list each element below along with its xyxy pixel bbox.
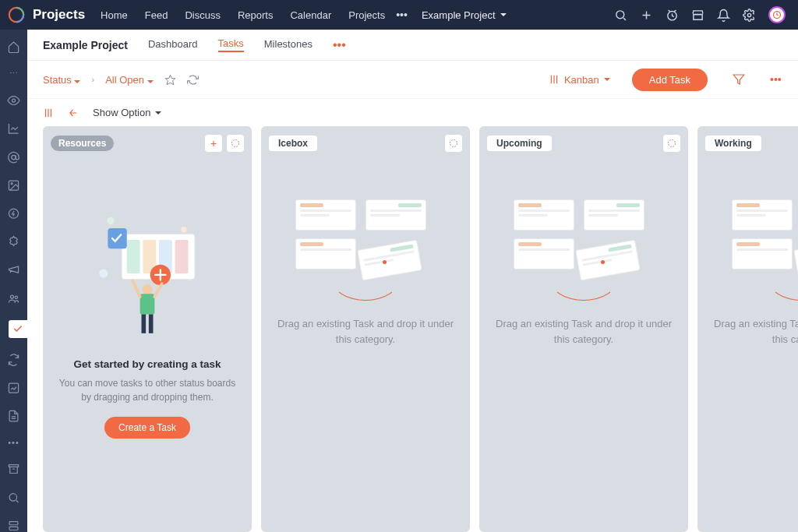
svg-point-8 xyxy=(11,183,12,185)
empty-cards-illustration xyxy=(295,199,436,293)
svg-point-6 xyxy=(12,155,16,159)
empty-cards-illustration xyxy=(514,199,654,293)
search-rail-icon[interactable] xyxy=(7,491,20,504)
drop-hint: Drag an existing Task and drop it under … xyxy=(269,316,462,347)
add-task-button[interactable]: Add Task xyxy=(632,69,708,91)
columns-icon[interactable] xyxy=(43,107,54,118)
tasks-icon[interactable] xyxy=(9,320,27,338)
filter-bar: Status › All Open Kanban Add Task ••• xyxy=(27,61,798,98)
svg-point-1 xyxy=(616,10,624,18)
topbar-actions xyxy=(614,6,786,23)
svg-rect-13 xyxy=(9,465,18,467)
onboarding-illustration xyxy=(89,207,206,340)
column-working[interactable]: Working Drag an existing Task and drop i… xyxy=(697,126,798,532)
bolt-icon[interactable] xyxy=(7,207,20,220)
user-avatar[interactable] xyxy=(768,6,786,23)
home-icon[interactable] xyxy=(7,41,20,53)
funnel-icon[interactable] xyxy=(733,73,745,86)
users-icon[interactable] xyxy=(7,292,20,305)
star-icon[interactable] xyxy=(164,74,176,86)
rail-divider: ⋯ xyxy=(9,69,19,79)
column-menu-icon[interactable] xyxy=(663,135,680,152)
nav-calendar[interactable]: Calendar xyxy=(290,9,331,21)
column-title: Icebox xyxy=(269,136,317,151)
plus-icon[interactable] xyxy=(640,9,653,22)
chart-icon[interactable] xyxy=(7,122,20,135)
brand-title: Projects xyxy=(33,7,85,23)
search-icon[interactable] xyxy=(614,9,627,22)
nav-home[interactable]: Home xyxy=(101,9,128,21)
column-menu-icon[interactable] xyxy=(227,135,244,152)
svg-rect-25 xyxy=(127,240,140,273)
column-title: Resources xyxy=(51,136,114,151)
column-upcoming[interactable]: Upcoming Drag an existing Task and drop … xyxy=(479,126,688,532)
column-title: Upcoming xyxy=(487,136,552,151)
chevron-down-icon xyxy=(604,78,610,81)
app-logo-icon xyxy=(8,6,25,23)
svg-marker-18 xyxy=(733,75,743,84)
nav-discuss[interactable]: Discuss xyxy=(185,9,221,21)
project-title: Example Project xyxy=(43,39,128,51)
svg-point-20 xyxy=(107,217,114,224)
empty-heading: Get started by creating a task xyxy=(73,358,221,370)
reload-icon[interactable] xyxy=(187,74,199,86)
status-filter[interactable]: Status xyxy=(43,74,80,86)
nav-more-icon[interactable]: ••• xyxy=(396,9,408,21)
at-icon[interactable] xyxy=(7,151,20,164)
area-chart-icon[interactable] xyxy=(7,382,20,394)
sub-header: Example Project Dashboard Tasks Mileston… xyxy=(27,30,798,61)
clock-icon[interactable] xyxy=(666,9,679,22)
megaphone-icon[interactable] xyxy=(7,263,20,276)
column-add-icon[interactable]: + xyxy=(205,135,222,152)
option-bar: Show Option xyxy=(27,98,798,126)
svg-point-21 xyxy=(181,227,187,233)
chevron-down-icon xyxy=(500,13,507,16)
eye-icon[interactable] xyxy=(7,94,20,107)
svg-rect-32 xyxy=(140,294,155,314)
svg-rect-28 xyxy=(175,240,189,273)
svg-point-35 xyxy=(450,140,457,147)
svg-rect-15 xyxy=(9,521,18,524)
column-drop-zone[interactable]: Drag an existing Task and drop it under … xyxy=(705,160,798,524)
document-icon[interactable] xyxy=(7,410,20,422)
drop-hint: Drag an existing Task and drop it under … xyxy=(487,316,680,347)
tab-milestones[interactable]: Milestones xyxy=(264,38,312,51)
server-icon[interactable] xyxy=(7,520,20,532)
create-task-button[interactable]: Create a Task xyxy=(104,417,190,439)
empty-paragraph: You can move tasks to other status board… xyxy=(51,376,244,404)
svg-point-9 xyxy=(9,209,18,218)
svg-point-10 xyxy=(10,295,13,298)
image-icon[interactable] xyxy=(7,179,20,192)
puzzle-icon[interactable] xyxy=(7,235,20,248)
column-icebox[interactable]: Icebox Drag an existing Task and drop it… xyxy=(261,126,470,532)
svg-point-5 xyxy=(12,99,15,102)
nav-projects[interactable]: Projects xyxy=(348,9,385,21)
show-option-dropdown[interactable]: Show Option xyxy=(93,107,161,118)
toolbar-more-icon[interactable]: ••• xyxy=(770,73,782,86)
svg-point-14 xyxy=(9,493,16,500)
svg-rect-34 xyxy=(149,315,154,333)
gear-icon[interactable] xyxy=(743,9,756,22)
allopen-filter[interactable]: All Open xyxy=(105,74,154,86)
view-selector[interactable]: Kanban xyxy=(549,74,610,86)
column-resources[interactable]: Resources + xyxy=(43,126,252,532)
project-selector[interactable]: Example Project xyxy=(422,9,507,21)
tab-dashboard[interactable]: Dashboard xyxy=(148,38,198,51)
svg-rect-12 xyxy=(9,383,18,393)
bell-icon[interactable] xyxy=(717,9,730,22)
tab-tasks[interactable]: Tasks xyxy=(218,37,244,52)
collapse-icon[interactable] xyxy=(68,107,79,118)
column-drop-zone[interactable]: Drag an existing Task and drop it under … xyxy=(487,160,680,524)
store-icon[interactable] xyxy=(691,9,704,22)
rail-more-icon[interactable]: ••• xyxy=(8,438,19,447)
refresh-icon[interactable] xyxy=(7,354,20,366)
column-menu-icon[interactable] xyxy=(445,135,462,152)
svg-point-22 xyxy=(99,269,108,277)
nav-reports[interactable]: Reports xyxy=(238,9,274,21)
nav-feed[interactable]: Feed xyxy=(145,9,168,21)
archive-icon[interactable] xyxy=(7,463,20,475)
svg-marker-17 xyxy=(165,75,175,85)
tabs-more-icon[interactable]: ••• xyxy=(333,38,346,52)
empty-cards-illustration xyxy=(732,199,798,293)
column-drop-zone[interactable]: Drag an existing Task and drop it under … xyxy=(269,160,462,524)
